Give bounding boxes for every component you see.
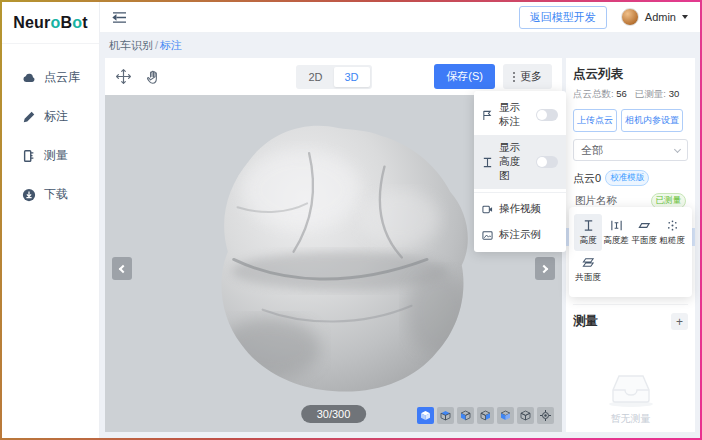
- panel-stats: 点云总数: 56 已测量: 30: [573, 88, 688, 101]
- view-cube-side-button[interactable]: [477, 407, 494, 424]
- gear-o-icon: o: [72, 14, 82, 32]
- view-cube-iso-button[interactable]: [417, 407, 434, 424]
- image-name: 图片名称: [575, 194, 617, 208]
- sidebar-item-label: 测量: [44, 147, 68, 164]
- total-label: 点云总数:: [573, 88, 614, 99]
- app-frame: NeuroBot 点云库 标注 测量 下载 返回模型开发: [0, 0, 702, 440]
- username: Admin: [645, 11, 676, 23]
- pen-icon: [22, 110, 36, 124]
- avatar: [621, 8, 639, 26]
- ruler-icon: [22, 149, 36, 163]
- add-measurement-button[interactable]: +: [671, 313, 688, 330]
- mode-3d-button[interactable]: 3D: [334, 67, 370, 87]
- measure-section-header: 测量 +: [573, 304, 688, 330]
- sidebar-item-label: 标注: [44, 108, 68, 125]
- next-image-button[interactable]: [535, 257, 555, 280]
- tool-height-diff[interactable]: 高度差: [602, 214, 630, 251]
- reset-view-button[interactable]: [537, 407, 554, 424]
- vertical-dots-icon: [513, 76, 515, 78]
- save-button[interactable]: 保存(S): [434, 64, 495, 89]
- sidebar-item-pointcloud-library[interactable]: 点云库: [2, 58, 99, 97]
- more-dropdown-menu: 显示标注 显示高度图 操作视频: [474, 91, 566, 252]
- user-menu[interactable]: Admin: [621, 8, 688, 26]
- cube-icon: [520, 410, 531, 421]
- camera-intrinsics-button[interactable]: 相机内参设置: [621, 109, 683, 132]
- show-annotation-toggle[interactable]: [536, 109, 558, 121]
- logo-text: B: [60, 14, 72, 32]
- sidebar-item-download[interactable]: 下载: [2, 175, 99, 214]
- move-pan-icon[interactable]: [115, 68, 132, 85]
- cube-icon: [460, 410, 471, 421]
- view-cube-bottom-button[interactable]: [517, 407, 534, 424]
- menu-item-label: 显示高度图: [499, 141, 530, 183]
- measure-section-title: 测量: [573, 313, 598, 330]
- filter-select[interactable]: 全部: [573, 139, 688, 161]
- view-cube-top-button[interactable]: [437, 407, 454, 424]
- video-icon: [482, 204, 493, 215]
- height-diff-tool-icon: [610, 219, 623, 232]
- logo-text: Neur: [13, 14, 50, 32]
- tool-flatness[interactable]: 平面度: [630, 214, 658, 251]
- coplanarity-tool-icon: [582, 256, 595, 269]
- show-heightmap-toggle[interactable]: [536, 156, 558, 168]
- download-icon: [22, 188, 36, 202]
- menu-item-label: 显示标注: [499, 101, 530, 129]
- chevron-right-icon: [540, 264, 548, 272]
- menu-divider: [474, 192, 566, 193]
- more-button[interactable]: 更多: [503, 64, 552, 89]
- logo: NeuroBot: [2, 2, 99, 44]
- menu-item-operation-video[interactable]: 操作视频: [474, 196, 566, 222]
- panel-title: 点云列表: [573, 66, 688, 83]
- view-preset-buttons: [417, 407, 554, 424]
- menu-item-annotation-example[interactable]: 标注示例: [474, 222, 566, 248]
- tool-label: 高度差: [603, 235, 629, 247]
- sidebar-item-measure[interactable]: 测量: [2, 136, 99, 175]
- gear-o-icon: o: [51, 14, 61, 32]
- sidebar-item-label: 下载: [44, 186, 68, 203]
- view-cube-front-button[interactable]: [457, 407, 474, 424]
- canvas-toolbar: 2D 3D 保存(S) 更多: [105, 58, 562, 95]
- pointcloud-group[interactable]: 点云0 校准模版: [573, 170, 688, 186]
- sidebar-item-annotation[interactable]: 标注: [2, 97, 99, 136]
- breadcrumb-parent[interactable]: 机车识别: [109, 39, 153, 51]
- breadcrumb-separator: /: [155, 39, 158, 51]
- empty-state: 暂无测量: [573, 330, 688, 428]
- hand-grab-icon[interactable]: [146, 69, 161, 85]
- prev-image-button[interactable]: [112, 257, 132, 280]
- collapse-sidebar-icon[interactable]: [112, 11, 127, 24]
- empty-inbox-icon: [603, 368, 659, 408]
- tool-roughness[interactable]: 粗糙度: [658, 214, 686, 251]
- sidebar: NeuroBot 点云库 标注 测量 下载: [2, 2, 100, 438]
- menu-item-label: 操作视频: [499, 202, 558, 216]
- menu-item-show-annotation[interactable]: 显示标注: [474, 95, 566, 135]
- tool-height[interactable]: 高度: [574, 214, 602, 251]
- tool-label: 高度: [580, 235, 597, 247]
- breadcrumb-current: 标注: [160, 39, 182, 51]
- template-badge: 校准模版: [605, 170, 649, 186]
- cube-icon: [420, 410, 431, 421]
- cube-icon: [500, 410, 511, 421]
- chevron-down-icon: [674, 145, 681, 152]
- total-value: 56: [616, 88, 627, 99]
- measure-tool-popup: 高度 高度差 平面度: [569, 207, 692, 297]
- tool-label: 平面度: [631, 235, 657, 247]
- sidebar-item-label: 点云库: [44, 69, 80, 86]
- breadcrumb: 机车识别/标注: [105, 37, 695, 58]
- menu-item-label: 标注示例: [499, 228, 558, 242]
- tool-coplanarity[interactable]: 共面度: [574, 251, 602, 288]
- upload-pointcloud-button[interactable]: 上传点云: [573, 109, 617, 132]
- measured-value: 30: [669, 88, 680, 99]
- canvas-card: 2D 3D 保存(S) 更多 显示标注: [105, 58, 562, 432]
- back-to-model-dev-button[interactable]: 返回模型开发: [519, 6, 607, 29]
- measured-label: 已测量:: [635, 88, 666, 99]
- flag-icon: [482, 110, 493, 121]
- cube-icon: [440, 410, 451, 421]
- tool-label: 共面度: [575, 272, 601, 284]
- menu-item-show-heightmap[interactable]: 显示高度图: [474, 135, 566, 189]
- mode-2d-button[interactable]: 2D: [298, 67, 334, 87]
- tool-label: 粗糙度: [659, 235, 685, 247]
- cube-icon: [480, 410, 491, 421]
- view-cube-back-button[interactable]: [497, 407, 514, 424]
- roughness-tool-icon: [666, 219, 679, 232]
- image-icon: [482, 230, 493, 241]
